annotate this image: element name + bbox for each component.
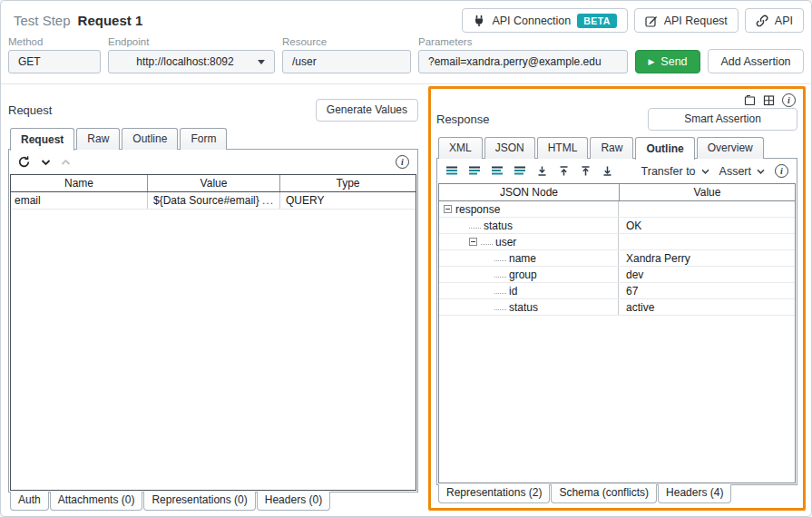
method-field-group: Method GET: [8, 36, 101, 73]
api-connection-button[interactable]: API Connection BETA: [462, 8, 627, 33]
response-bottom-tab-headers-4[interactable]: Headers (4): [658, 484, 731, 503]
resource-label: Resource: [282, 36, 411, 47]
json-node-cell: response: [439, 201, 619, 217]
expand-all-icon[interactable]: [536, 165, 548, 177]
titlebar: Test StepRequest 1 API Connection BETA A…: [1, 1, 811, 34]
play-icon: ▶: [648, 57, 654, 66]
resource-value: /user: [292, 55, 317, 68]
refresh-icon[interactable]: [17, 155, 31, 169]
chevron-down-icon[interactable]: [41, 159, 51, 166]
tree-row[interactable]: nameXandra Perry: [439, 250, 795, 267]
collapse-all-icon[interactable]: [558, 165, 570, 177]
request-panel: Request Generate Values RequestRawOutlin…: [8, 86, 418, 511]
chevron-down-icon: [258, 60, 265, 64]
tree-node-label: id: [509, 285, 517, 298]
request-tab-outline[interactable]: Outline: [122, 128, 178, 150]
param-value-cell: ${Data Source#email}...: [147, 192, 279, 209]
method-field[interactable]: GET: [8, 50, 101, 73]
method-label: Method: [8, 36, 101, 47]
request-panel-title: Request: [8, 103, 52, 117]
request-tab-content: i NameValueType email${Data Source#email…: [8, 149, 418, 493]
json-node-cell: id: [439, 283, 619, 298]
tree-node-label: status: [509, 301, 538, 314]
tree-row[interactable]: statusOK: [439, 218, 795, 234]
column-header-value: Value: [619, 184, 795, 200]
column-header-name: Name: [11, 175, 147, 191]
assert-dropdown[interactable]: Assert: [719, 165, 765, 178]
parameters-table-rows: email${Data Source#email}...QUERY: [11, 192, 416, 210]
chevron-up-icon[interactable]: [61, 159, 71, 166]
json-value-cell: [619, 234, 795, 249]
expand-level-2-icon[interactable]: [468, 166, 481, 177]
response-panel-header: Response Smart Assertion: [436, 107, 797, 131]
info-icon[interactable]: i: [396, 155, 409, 169]
json-value-cell: OK: [619, 218, 795, 233]
tree-row[interactable]: user: [439, 234, 795, 250]
parameter-row[interactable]: email${Data Source#email}...QUERY: [11, 192, 416, 210]
endpoint-value: http://localhost:8092: [118, 55, 252, 68]
request-tab-form[interactable]: Form: [180, 128, 227, 150]
scroll-bottom-icon[interactable]: [602, 165, 613, 177]
edit-icon: [645, 15, 658, 27]
response-bottom-tab-schema-conflicts[interactable]: Schema (conflicts): [551, 484, 657, 503]
tree-row[interactable]: groupdev: [439, 267, 795, 283]
method-value: GET: [18, 55, 41, 68]
expander-minus-icon[interactable]: [444, 205, 452, 213]
column-header-json-node: JSON Node: [439, 184, 619, 200]
response-tab-json[interactable]: JSON: [484, 137, 535, 159]
expand-level-1-icon[interactable]: [445, 166, 458, 177]
chevron-down-icon: [757, 169, 765, 174]
float-panel-icon[interactable]: [744, 94, 756, 106]
response-bottom-tab-representations-2[interactable]: Representations (2): [438, 484, 550, 503]
api-button[interactable]: API: [745, 8, 804, 33]
tree-node-label: name: [509, 252, 536, 265]
expander-minus-icon[interactable]: [469, 238, 477, 246]
send-button[interactable]: ▶ Send: [635, 50, 700, 73]
tree-row[interactable]: response: [439, 201, 795, 218]
expand-level-3-icon[interactable]: [491, 166, 504, 177]
response-tab-raw[interactable]: Raw: [590, 137, 633, 159]
tree-row[interactable]: id67: [439, 283, 795, 299]
json-value-cell: active: [619, 299, 795, 315]
response-tab-xml[interactable]: XML: [438, 137, 483, 159]
request-bottom-tab-attachments-0[interactable]: Attachments (0): [50, 492, 143, 511]
request-tab-raw[interactable]: Raw: [76, 128, 120, 150]
transfer-to-dropdown[interactable]: Transfer to: [641, 165, 709, 178]
edit-value-button[interactable]: ...: [262, 194, 274, 207]
info-icon[interactable]: i: [775, 164, 788, 178]
parameters-field[interactable]: ?email=xandra.perry@example.edu: [418, 50, 628, 73]
smart-assertion-label: Smart Assertion: [684, 112, 761, 125]
add-assertion-button[interactable]: Add Assertion: [708, 49, 804, 73]
response-tab-overview[interactable]: Overview: [697, 137, 764, 159]
request-bottom-tabs: AuthAttachments (0)Representations (0)He…: [8, 492, 418, 511]
api-request-button[interactable]: API Request: [634, 8, 739, 33]
json-node-cell: status: [439, 299, 619, 315]
response-tab-outline[interactable]: Outline: [635, 137, 694, 160]
json-value-cell: 67: [619, 283, 795, 298]
resource-field[interactable]: /user: [282, 50, 411, 73]
beta-badge: BETA: [577, 14, 616, 28]
scroll-top-icon[interactable]: [580, 165, 592, 177]
response-tab-content: Transfer to Assert i JSON NodeValue resp…: [436, 158, 797, 485]
generate-values-button[interactable]: Generate Values: [316, 99, 418, 122]
grid-view-icon[interactable]: [763, 94, 775, 106]
tree-row[interactable]: statusactive: [439, 299, 795, 316]
tree-node-label: response: [455, 203, 500, 216]
expand-all-levels-icon[interactable]: [514, 166, 526, 177]
request-bottom-tab-auth[interactable]: Auth: [10, 492, 49, 511]
smart-assertion-button[interactable]: Smart Assertion: [648, 108, 797, 131]
tree-node-label: user: [495, 236, 516, 249]
response-bottom-tabs: Representations (2)Schema (conflicts)Hea…: [436, 484, 797, 503]
response-panel-title: Response: [436, 112, 490, 126]
test-step-name: Request 1: [78, 13, 143, 28]
request-bottom-tab-headers-0[interactable]: Headers (0): [257, 492, 330, 511]
request-tab-request[interactable]: Request: [10, 128, 74, 151]
request-bottom-tab-representations-0[interactable]: Representations (0): [143, 492, 255, 511]
response-tabbar: XMLJSONHTMLRawOutlineOverview: [436, 137, 797, 159]
info-icon[interactable]: i: [782, 93, 796, 107]
tree-connector: [494, 255, 506, 261]
response-tab-html[interactable]: HTML: [537, 137, 589, 159]
endpoint-select[interactable]: http://localhost:8092: [108, 50, 275, 73]
tree-connector: [494, 288, 506, 294]
response-corner-icons: i: [436, 93, 796, 107]
